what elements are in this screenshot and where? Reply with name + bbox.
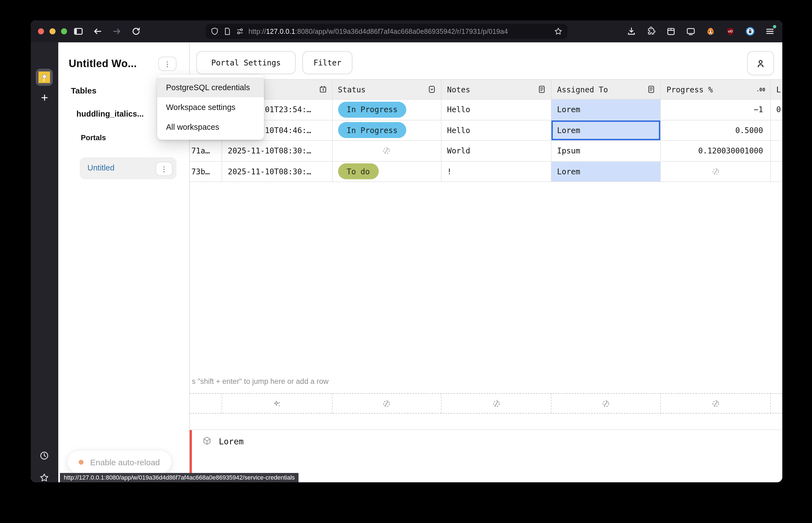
close-window-button[interactable] (38, 28, 44, 34)
status-bar-url: http://127.0.0.1:8080/app/w/019a36d4d86f… (60, 473, 298, 482)
cell-at[interactable]: 2025-11-10T08:30:… (222, 141, 332, 161)
back-icon[interactable] (93, 27, 102, 36)
person-icon (756, 58, 765, 68)
url-host: 127.0.0.1 (266, 28, 295, 35)
update-dot (773, 25, 776, 28)
svg-text:uO: uO (728, 30, 733, 33)
url-text[interactable]: http://127.0.0.1:8080/app/w/019a36d4d86f… (248, 28, 550, 35)
toolbar-extensions: uO (627, 27, 775, 36)
workspace-dropdown-menu: PostgreSQL credentials Workspace setting… (157, 75, 264, 140)
sidebar-item-table[interactable]: huddling_italics... (76, 109, 144, 118)
bookmark-star-icon[interactable] (554, 27, 562, 35)
reload-icon[interactable] (131, 27, 141, 36)
cell-notes[interactable]: ! (441, 161, 551, 181)
footer-item-label[interactable]: Lorem (219, 437, 243, 447)
page-icon (223, 27, 232, 35)
new-cell-notes[interactable] (441, 394, 551, 413)
new-cell-id[interactable] (190, 394, 222, 413)
status-pill: To do (338, 164, 379, 180)
calendar-icon (318, 85, 327, 93)
new-cell-at[interactable] (222, 394, 332, 413)
kebab-icon: ⋮ (161, 165, 168, 173)
url-bar[interactable]: http://127.0.0.1:8080/app/w/019a36d4d86f… (206, 24, 567, 39)
cell-assigned[interactable]: Lorem (552, 100, 661, 120)
cell-id[interactable]: 71a… (190, 141, 222, 161)
add-workspace-button[interactable]: + (31, 92, 58, 104)
kebab-icon: ⋮ (164, 60, 171, 67)
cell-l[interactable]: 0 (771, 100, 782, 120)
cell-id[interactable]: 73b… (190, 161, 222, 181)
column-header-l[interactable]: L (771, 80, 782, 99)
column-header-notes[interactable]: Notes (441, 80, 551, 99)
cell-status-null[interactable] (332, 141, 441, 161)
url-path: :8080/app/w/019a36d4d86f7af4ac668a0e8693… (295, 28, 508, 35)
status-pill: In Progress (338, 102, 406, 118)
column-header-progress[interactable]: Progress %.00 (661, 80, 771, 99)
menu-item-postgresql-credentials[interactable]: PostgreSQL credentials (157, 77, 264, 97)
url-scheme: http:// (248, 28, 266, 35)
pushpin-icon (38, 72, 50, 83)
cell-notes[interactable]: World (441, 141, 551, 161)
favorites-star-icon[interactable] (40, 473, 49, 482)
new-cell-progress[interactable] (661, 394, 771, 413)
new-row-placeholder (190, 393, 782, 414)
privacy-badger-icon[interactable] (706, 27, 715, 36)
password-manager-icon[interactable] (745, 27, 755, 36)
minimize-window-button[interactable] (50, 28, 56, 34)
workspace-menu-button[interactable]: ⋮ (158, 57, 177, 71)
cell-notes[interactable]: Hello (441, 120, 551, 140)
new-cell-assigned[interactable] (552, 394, 661, 413)
new-cell-status[interactable] (332, 394, 441, 413)
extensions-puzzle-icon[interactable] (647, 27, 656, 36)
table-row: 71a… 2025-11-10T08:30:… World Ipsum 0.12… (190, 141, 782, 161)
permissions-toggles-icon[interactable] (236, 27, 244, 35)
sparkle-icon (273, 399, 281, 408)
column-header-status[interactable]: Status (332, 80, 441, 99)
new-cell-l[interactable] (771, 394, 782, 413)
workspace-app-icon[interactable] (36, 69, 53, 86)
sidebar-toggle-icon[interactable] (74, 27, 83, 36)
screen-share-icon[interactable] (686, 27, 696, 36)
document-icon (647, 85, 656, 93)
cell-l[interactable] (771, 141, 782, 161)
cell-status[interactable]: In Progress (332, 120, 441, 140)
cell-notes[interactable]: Hello (441, 100, 551, 120)
cell-status[interactable]: To do (332, 161, 441, 181)
history-clock-icon[interactable] (40, 451, 49, 460)
cell-progress[interactable]: 0.5000 (661, 120, 771, 140)
cell-at[interactable]: 2025-11-10T08:30:… (222, 161, 332, 181)
data-grid: At Status Notes Assigned To Progress %.0… (190, 79, 782, 182)
column-header-assigned-to[interactable]: Assigned To (552, 80, 661, 99)
cell-progress[interactable]: 0.120030001000 (661, 141, 771, 161)
user-button[interactable] (747, 51, 774, 75)
zoom-window-button[interactable] (61, 28, 67, 34)
enable-auto-reload-button[interactable]: Enable auto-reload (67, 450, 172, 474)
cell-assigned[interactable]: Ipsum (552, 141, 661, 161)
table-row: 2025-11-10T04:46:… In Progress Hello Lor… (190, 120, 782, 141)
cell-l[interactable] (771, 120, 782, 140)
table-row: 73b… 2025-11-10T08:30:… To do ! Lorem (190, 161, 782, 182)
cell-progress[interactable]: −1 (661, 100, 771, 120)
portal-link[interactable]: Untitled (88, 163, 114, 172)
cell-assigned[interactable]: Lorem (552, 161, 661, 181)
cube-icon (202, 436, 212, 446)
portal-menu-button[interactable]: ⋮ (155, 162, 173, 176)
cell-progress-null[interactable] (661, 161, 771, 181)
app-body: + Untitled Wo... ⋮ Tables huddling_itali… (31, 42, 782, 482)
ublock-origin-icon[interactable]: uO (726, 27, 735, 36)
menu-item-all-workspaces[interactable]: All workspaces (157, 117, 264, 137)
null-value-icon (602, 399, 610, 408)
portal-settings-button[interactable]: Portal Settings (196, 51, 296, 74)
screenshot-stage: http://127.0.0.1:8080/app/w/019a36d4d86f… (0, 0, 812, 523)
sidebar-item-portal[interactable]: Untitled ⋮ (80, 157, 177, 179)
portals-heading: Portals (81, 134, 106, 142)
container-box-icon[interactable] (666, 27, 676, 36)
cell-l[interactable] (771, 161, 782, 181)
forward-icon[interactable] (112, 27, 122, 36)
cell-status[interactable]: In Progress (332, 100, 441, 120)
menu-item-workspace-settings[interactable]: Workspace settings (157, 97, 264, 117)
app-menu-icon[interactable] (765, 27, 775, 36)
downloads-icon[interactable] (627, 27, 636, 36)
filter-button[interactable]: Filter (302, 51, 352, 74)
cell-assigned-focused[interactable]: Lorem (552, 120, 661, 140)
